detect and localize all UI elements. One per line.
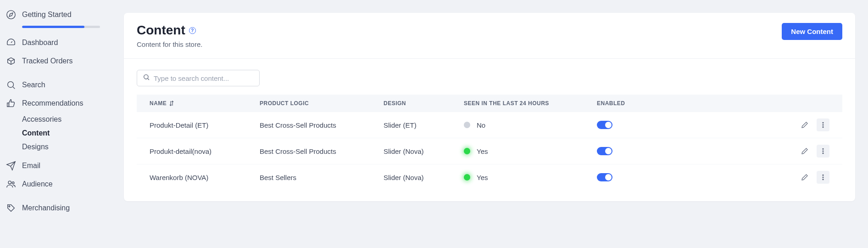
svg-marker-1 bbox=[9, 13, 13, 17]
sidebar-item-label: Getting Started bbox=[22, 11, 72, 19]
search-box[interactable] bbox=[137, 70, 260, 86]
svg-point-12 bbox=[823, 148, 823, 149]
table-row: Warenkorb (NOVA) Best Sellers Slider (No… bbox=[137, 164, 842, 190]
send-icon bbox=[6, 160, 17, 171]
svg-line-3 bbox=[13, 87, 15, 89]
sidebar-item-merchandising[interactable]: Merchandising bbox=[0, 199, 111, 217]
compass-icon bbox=[6, 9, 17, 20]
svg-line-8 bbox=[148, 79, 149, 80]
tag-icon bbox=[6, 203, 17, 214]
sidebar-item-label: Dashboard bbox=[22, 39, 58, 47]
svg-point-7 bbox=[144, 75, 148, 79]
sidebar-item-audience[interactable]: Audience bbox=[0, 175, 111, 193]
cell-design: Slider (Nova) bbox=[384, 147, 464, 155]
svg-point-17 bbox=[823, 179, 823, 180]
more-button[interactable] bbox=[817, 118, 829, 131]
header-logic[interactable]: PRODUCT LOGIC bbox=[260, 100, 384, 107]
svg-point-6 bbox=[9, 206, 10, 207]
page-subtitle: Content for this store. bbox=[137, 40, 202, 48]
cell-enabled bbox=[597, 147, 679, 155]
sidebar: Getting Started Dashboard Tracked Orders… bbox=[0, 0, 111, 248]
sidebar-item-label: Search bbox=[22, 81, 45, 89]
cell-seen: Yes bbox=[464, 174, 597, 181]
cell-name[interactable]: Produkt-detail(nova) bbox=[150, 147, 260, 155]
more-button[interactable] bbox=[817, 171, 829, 184]
svg-point-15 bbox=[823, 175, 823, 175]
enabled-toggle[interactable] bbox=[597, 147, 612, 155]
svg-point-0 bbox=[7, 11, 15, 19]
sidebar-sub-label: Accessories bbox=[22, 115, 61, 123]
cell-enabled bbox=[597, 173, 679, 181]
sidebar-item-label: Recommendations bbox=[22, 99, 83, 107]
sidebar-sub-label: Content bbox=[22, 129, 50, 137]
sidebar-sub-content[interactable]: Content bbox=[0, 126, 111, 140]
page-title: Content ? bbox=[137, 23, 202, 38]
svg-point-14 bbox=[823, 153, 823, 154]
svg-point-13 bbox=[823, 151, 823, 152]
svg-point-11 bbox=[823, 127, 823, 128]
search-icon bbox=[6, 79, 17, 90]
edit-button[interactable] bbox=[798, 145, 811, 158]
table-row: Produkt-detail(nova) Best Cross-Sell Pro… bbox=[137, 138, 842, 164]
status-dot bbox=[464, 174, 470, 180]
sort-icon bbox=[169, 101, 174, 106]
sidebar-item-tracked-orders[interactable]: Tracked Orders bbox=[0, 52, 111, 70]
header-name[interactable]: NAME bbox=[150, 100, 260, 107]
users-icon bbox=[6, 179, 17, 190]
svg-point-9 bbox=[823, 122, 823, 123]
header-enabled[interactable]: ENABLED bbox=[597, 100, 679, 107]
sidebar-item-label: Merchandising bbox=[22, 204, 70, 212]
seen-text: Yes bbox=[477, 174, 488, 181]
package-icon bbox=[6, 56, 17, 67]
seen-text: No bbox=[477, 121, 485, 129]
svg-point-16 bbox=[823, 177, 823, 178]
search-icon bbox=[143, 73, 150, 83]
card-header: Content ? Content for this store. New Co… bbox=[124, 13, 855, 59]
table-row: Produkt-Detail (ET) Best Cross-Sell Prod… bbox=[137, 112, 842, 138]
getting-started-progress bbox=[0, 24, 111, 34]
enabled-toggle[interactable] bbox=[597, 173, 612, 181]
sidebar-sub-designs[interactable]: Designs bbox=[0, 140, 111, 154]
sidebar-sub-label: Designs bbox=[22, 143, 49, 151]
cell-seen: Yes bbox=[464, 147, 597, 155]
svg-point-5 bbox=[12, 182, 14, 184]
cell-name[interactable]: Warenkorb (NOVA) bbox=[150, 174, 260, 181]
new-content-button[interactable]: New Content bbox=[782, 23, 842, 40]
edit-button[interactable] bbox=[798, 171, 811, 184]
main-content: Content ? Content for this store. New Co… bbox=[111, 0, 868, 248]
sidebar-item-recommendations[interactable]: Recommendations bbox=[0, 94, 111, 113]
sidebar-sub-accessories[interactable]: Accessories bbox=[0, 113, 111, 126]
cell-enabled bbox=[597, 121, 679, 129]
sidebar-item-getting-started[interactable]: Getting Started bbox=[0, 6, 111, 24]
header-design[interactable]: DESIGN bbox=[384, 100, 464, 107]
enabled-toggle[interactable] bbox=[597, 121, 612, 129]
edit-button[interactable] bbox=[798, 118, 811, 131]
header-seen[interactable]: SEEN IN THE LAST 24 HOURS bbox=[464, 100, 597, 107]
sidebar-item-search[interactable]: Search bbox=[0, 76, 111, 94]
cell-logic: Best Cross-Sell Products bbox=[260, 121, 384, 129]
table-header: NAME PRODUCT LOGIC DESIGN SEEN IN THE LA… bbox=[137, 95, 842, 112]
svg-point-4 bbox=[8, 181, 11, 184]
sidebar-item-email[interactable]: Email bbox=[0, 157, 111, 175]
search-input[interactable] bbox=[154, 74, 254, 82]
content-table: NAME PRODUCT LOGIC DESIGN SEEN IN THE LA… bbox=[137, 95, 842, 190]
sidebar-item-dashboard[interactable]: Dashboard bbox=[0, 34, 111, 52]
status-dot bbox=[464, 148, 470, 154]
more-button[interactable] bbox=[817, 145, 829, 158]
cell-seen: No bbox=[464, 121, 597, 129]
sidebar-item-label: Tracked Orders bbox=[22, 57, 73, 65]
help-icon[interactable]: ? bbox=[189, 27, 196, 34]
cell-logic: Best Cross-Sell Products bbox=[260, 147, 384, 155]
content-card: Content ? Content for this store. New Co… bbox=[124, 13, 855, 201]
cell-name[interactable]: Produkt-Detail (ET) bbox=[150, 121, 260, 129]
cell-design: Slider (ET) bbox=[384, 121, 464, 129]
svg-point-10 bbox=[823, 124, 823, 125]
card-body: NAME PRODUCT LOGIC DESIGN SEEN IN THE LA… bbox=[124, 59, 855, 201]
thumbs-up-icon bbox=[6, 98, 17, 109]
status-dot bbox=[464, 122, 470, 128]
seen-text: Yes bbox=[477, 147, 488, 155]
cell-design: Slider (Nova) bbox=[384, 174, 464, 181]
svg-point-2 bbox=[8, 82, 14, 88]
gauge-icon bbox=[6, 37, 17, 48]
cell-logic: Best Sellers bbox=[260, 174, 384, 181]
